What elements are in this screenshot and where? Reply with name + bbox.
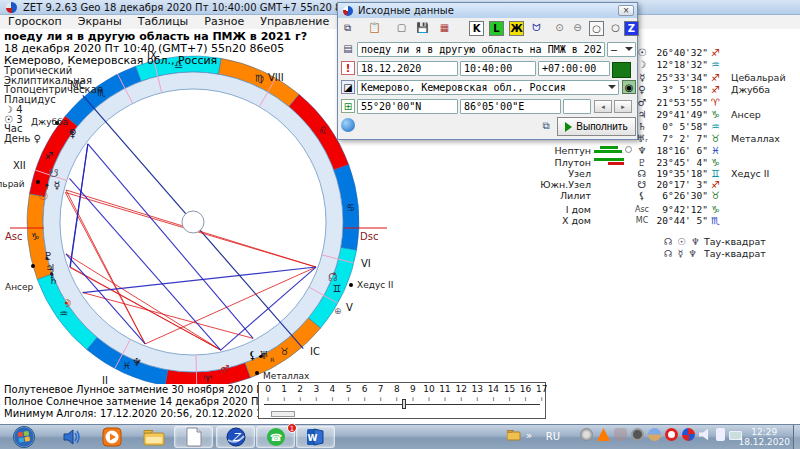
longitude-input[interactable]: 86°05'00"E bbox=[460, 99, 561, 114]
spinner-right[interactable]: ▸ bbox=[614, 100, 632, 113]
tray-pinwheel-icon[interactable] bbox=[682, 428, 695, 441]
taskbar-button-whatsapp[interactable]: ☎1 bbox=[256, 426, 295, 448]
moon-glyph-icon[interactable]: ☽ bbox=[62, 297, 72, 310]
event-name-input[interactable]: поеду ли я в другую область на ПМЖ в 202 bbox=[357, 42, 605, 57]
table-icon[interactable]: ▦ bbox=[437, 21, 452, 36]
taskbar[interactable]: Z☎1W » RU 12:29 18.12.2020 bbox=[0, 424, 800, 449]
time-scale-slider[interactable]: 01234567891011121314151617 ııııııııııııı… bbox=[258, 382, 546, 419]
tray-sphere-icon[interactable] bbox=[648, 428, 661, 441]
sun-glyph-icon[interactable]: ☉ bbox=[38, 190, 48, 203]
time-input[interactable]: 10:40:00 bbox=[460, 61, 536, 76]
strike-toggle-icon[interactable]: ⊖ bbox=[570, 21, 585, 36]
copy-icon[interactable]: ⧉ bbox=[340, 21, 355, 36]
planet-longitude: 21°53'55" bbox=[650, 97, 708, 108]
node-glyph-icon[interactable]: ☊ bbox=[328, 271, 338, 284]
play-icon bbox=[565, 122, 572, 132]
atlas-button[interactable]: ◉ bbox=[622, 80, 636, 94]
date-input[interactable]: 18.12.2020 bbox=[357, 61, 458, 76]
pluto-glyph-icon[interactable]: ♇ bbox=[43, 250, 53, 263]
zodiac-sign-icon: ♒ bbox=[708, 59, 723, 70]
source-data-dialog[interactable]: Исходные данные × ⧉📋▢💾▦KLЖᗢ⊙⊖○○Z ▤ поеду… bbox=[337, 2, 638, 140]
event-type-select[interactable]: — bbox=[607, 42, 636, 57]
tray-avast-icon[interactable] bbox=[597, 428, 610, 441]
zone-status-swatch[interactable] bbox=[612, 62, 631, 78]
scale-number: 17 bbox=[534, 384, 550, 394]
algol-minimum-line: Минимум Алголя: 17.12.2020 20:56, 20.12.… bbox=[2, 408, 287, 420]
letter-l-button[interactable]: L bbox=[489, 21, 504, 36]
dialog-toolbar[interactable]: ⧉📋▢💾▦KLЖᗢ⊙⊖○○Z bbox=[338, 20, 637, 38]
scale-tick: ı bbox=[292, 395, 308, 403]
menu-item-таблицы[interactable]: Таблицы bbox=[130, 15, 197, 29]
timezone-input[interactable]: +07:00:00 bbox=[538, 61, 610, 76]
language-indicator[interactable]: RU bbox=[546, 431, 560, 442]
start-button[interactable] bbox=[4, 426, 43, 448]
letter-k-button[interactable]: K bbox=[469, 21, 484, 36]
dialog-title-bar[interactable]: Исходные данные × bbox=[338, 3, 637, 18]
show-desktop-button[interactable] bbox=[793, 425, 800, 449]
taskbar-button-word[interactable]: W bbox=[296, 426, 335, 448]
tray-overflow[interactable]: » bbox=[507, 430, 532, 441]
chart-header: поеду ли я в другую область на ПМЖ в 202… bbox=[4, 31, 307, 67]
spinner-left[interactable]: ◂ bbox=[594, 100, 612, 113]
butterfly-icon[interactable]: ᗢ bbox=[529, 21, 544, 36]
latitude-input[interactable]: 55°20'00"N bbox=[357, 99, 458, 114]
scale-number: 14 bbox=[485, 384, 501, 394]
menu-item-управление[interactable]: Управление bbox=[252, 15, 337, 29]
place-select[interactable]: Кемерово, Кемеровская обл., Россия bbox=[357, 80, 619, 95]
close-icon[interactable]: × bbox=[618, 5, 634, 16]
node-glyph-icon: ☊ bbox=[634, 168, 650, 179]
configuration-row: ☊ ☿ ♆Тау-квадрат bbox=[664, 248, 766, 259]
chevron-icon[interactable]: » bbox=[526, 430, 532, 441]
settings-line: День ♀ bbox=[4, 134, 103, 144]
globe-icon[interactable] bbox=[341, 118, 355, 132]
taskbar-button-document[interactable] bbox=[174, 426, 213, 448]
system-tray[interactable] bbox=[580, 428, 742, 441]
mini-scrollbar[interactable] bbox=[271, 411, 295, 417]
lilith-glyph-icon[interactable]: ⚸ bbox=[248, 349, 256, 362]
copy-data-button[interactable]: ⧉ bbox=[539, 119, 553, 133]
menu-item-экраны[interactable]: Экраны bbox=[70, 15, 130, 29]
planet-label: Узел bbox=[534, 168, 594, 179]
scale-number: 9 bbox=[405, 384, 421, 394]
uranus-retro-flag: R bbox=[270, 356, 274, 363]
snode-glyph-icon[interactable]: ☋ bbox=[49, 167, 59, 180]
tray-plug-icon[interactable] bbox=[716, 428, 725, 441]
tray-opera-icon[interactable] bbox=[665, 428, 678, 441]
scale-numbers: 01234567891011121314151617 bbox=[260, 384, 550, 394]
slider-handle[interactable] bbox=[402, 399, 406, 409]
new-file-icon[interactable]: ▢ bbox=[394, 21, 409, 36]
scale-number: 16 bbox=[518, 384, 534, 394]
paste-icon[interactable]: 📋 bbox=[367, 21, 382, 36]
radio-icon[interactable]: ○ bbox=[608, 21, 623, 36]
tray-shield-icon[interactable] bbox=[614, 428, 627, 441]
fixed-star-name: Ансер bbox=[731, 109, 761, 120]
planet-label: Южн.Узел bbox=[534, 179, 594, 190]
tray-speaker-icon[interactable] bbox=[699, 428, 712, 441]
letter-zh-button[interactable]: Ж bbox=[509, 21, 524, 36]
dialog-title: Исходные данные bbox=[358, 5, 454, 16]
taskbar-clock[interactable]: 12:29 18.12.2020 bbox=[738, 427, 790, 447]
taskbar-button-media-player[interactable] bbox=[92, 426, 131, 448]
neptune-glyph-icon[interactable]: ♆ bbox=[132, 356, 142, 369]
tray-disc-icon[interactable] bbox=[631, 428, 644, 441]
menu-item-гороскоп[interactable]: Гороскоп bbox=[0, 15, 70, 29]
mercury-glyph-icon[interactable]: ☿ bbox=[54, 179, 61, 192]
strength-bars bbox=[594, 144, 634, 156]
radio-selected-icon[interactable]: ○ bbox=[589, 21, 604, 36]
sun-toggle-icon[interactable]: ⊙ bbox=[552, 21, 567, 36]
altitude-input[interactable] bbox=[563, 99, 591, 114]
save-icon[interactable]: 💾 bbox=[415, 21, 430, 36]
saturn-glyph-icon[interactable]: ♄ bbox=[49, 274, 59, 287]
taskbar-button-zet-app[interactable]: Z bbox=[216, 426, 255, 448]
menu-item-разное[interactable]: Разное bbox=[196, 15, 252, 29]
zodiac-glyph-♊: ♊ bbox=[333, 283, 342, 294]
tray-swirl-icon[interactable] bbox=[580, 428, 593, 441]
svg-text:W: W bbox=[307, 433, 317, 443]
mars-glyph-icon[interactable]: ♂ bbox=[220, 363, 230, 376]
scale-number: 1 bbox=[276, 384, 292, 394]
taskbar-button-explorer[interactable] bbox=[134, 426, 173, 448]
scale-number: 7 bbox=[373, 384, 389, 394]
execute-button[interactable]: Выполнить bbox=[557, 117, 636, 136]
letter-z-button[interactable]: Z bbox=[624, 21, 639, 36]
taskbar-button-volume[interactable] bbox=[52, 426, 91, 448]
